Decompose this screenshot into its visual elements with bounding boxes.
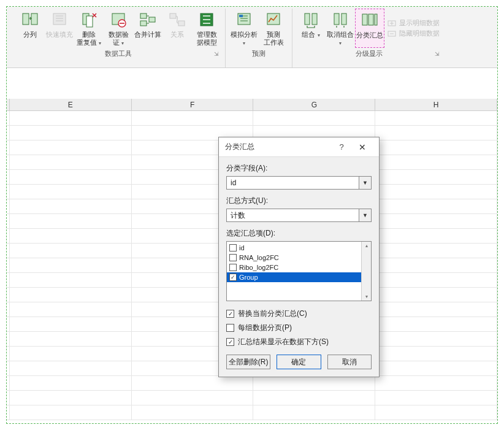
cell[interactable] [375,361,497,375]
forecast-sheet-button[interactable]: 预测 工作表 [259,9,288,48]
cell[interactable] [375,376,497,390]
cell[interactable] [375,258,497,272]
cell[interactable] [10,405,132,420]
cell[interactable] [10,273,132,287]
column-header[interactable]: G [253,99,375,110]
cell[interactable] [132,111,254,125]
subtotal-button[interactable]: 分类汇总 [355,9,384,48]
dialog-launcher-icon[interactable]: ⇲ [213,50,220,58]
cell[interactable] [375,391,497,405]
cell[interactable] [375,229,497,243]
list-item[interactable]: RNA_log2FC [227,253,361,263]
chevron-down-icon: ▾ [339,40,342,46]
dropdown-button[interactable]: ▼ [359,176,372,190]
field-label: 分类字段(A): [226,163,372,174]
cell[interactable] [253,376,375,390]
cell[interactable] [10,214,132,228]
ok-button[interactable]: 确定 [277,355,321,369]
cell[interactable] [10,185,132,199]
cell[interactable] [375,185,497,199]
cell[interactable] [375,273,497,287]
cell[interactable] [253,111,375,125]
cell[interactable] [375,317,497,331]
cell[interactable] [10,229,132,243]
cell[interactable] [10,317,132,331]
cell[interactable] [10,376,132,390]
cell[interactable] [375,199,497,213]
replace-option[interactable]: ✓ 替换当前分类汇总(C) [226,309,372,319]
cell[interactable] [10,199,132,213]
cell[interactable] [10,302,132,317]
cell[interactable] [10,170,132,184]
consolidate-button[interactable]: 合并计算 [133,9,162,48]
dialog-launcher-icon[interactable]: ⇲ [433,50,441,58]
list-item[interactable]: Ribo_log2FC [227,263,361,272]
ribbon-group-label: 数据工具⇲ [15,48,221,59]
cell[interactable] [10,288,132,302]
cell[interactable] [10,155,132,169]
grid-row[interactable] [7,111,497,126]
pagebreak-option[interactable]: 每组数据分页(P) [226,323,372,333]
cell[interactable] [375,170,497,184]
cell[interactable] [10,391,132,405]
subtotal-items-listbox[interactable]: idRNA_log2FCRibo_log2FC✓Group ▴ ▾ [226,241,372,301]
close-button[interactable]: ✕ [352,142,373,152]
cancel-button[interactable]: 取消 [327,355,372,369]
dropdown-button[interactable]: ▼ [359,209,372,222]
function-select[interactable]: 计数 [226,209,359,222]
ribbon-item-label: 管理数 据模型 [197,31,217,47]
remove-duplicates-button[interactable]: 删除 重复值 ▾ [74,9,104,48]
grid-row[interactable] [7,391,497,405]
data-validation-button[interactable]: 数据验 证 ▾ [104,9,133,48]
category-field-select[interactable]: id [226,176,359,190]
scroll-up-icon[interactable]: ▴ [365,243,368,248]
column-header[interactable]: F [132,99,254,110]
cell[interactable] [375,140,497,155]
group-button[interactable]: 组合 ▾ [296,9,326,48]
cell[interactable] [253,405,375,420]
svg-rect-7 [140,13,147,18]
cell[interactable] [10,332,132,346]
cell[interactable] [10,111,132,125]
ungroup-button[interactable]: 取消组合 ▾ [326,9,355,48]
list-item[interactable]: id [227,243,361,253]
cell[interactable] [132,376,254,390]
scrollbar[interactable]: ▴ ▾ [361,242,371,301]
cell[interactable] [132,405,254,420]
cell[interactable] [375,126,497,140]
remove-all-button[interactable]: 全部删除(R) [226,355,270,369]
text-to-columns-button[interactable]: 分列 [15,9,45,48]
cell[interactable] [10,361,132,375]
scroll-down-icon[interactable]: ▾ [365,294,368,299]
help-button[interactable]: ? [331,142,352,152]
cell[interactable] [375,155,497,169]
cell[interactable] [375,288,497,302]
column-header[interactable]: E [10,99,132,110]
cell[interactable] [253,391,375,405]
hide-detail-option: 隐藏明细数据 [387,29,440,38]
cell[interactable] [10,258,132,272]
what-if-button[interactable]: 模拟分析 ▾ [229,9,259,48]
column-header[interactable]: H [375,99,497,110]
cell[interactable] [375,405,497,420]
cell[interactable] [132,391,254,405]
cell[interactable] [375,302,497,317]
cell[interactable] [10,140,132,155]
flash-fill-icon [50,10,69,29]
cell[interactable] [10,244,132,258]
consolidate-icon [138,10,158,29]
below-option[interactable]: ✓ 汇总结果显示在数据下方(S) [226,337,372,347]
list-item[interactable]: ✓Group [227,272,361,282]
svg-rect-8 [140,21,147,26]
grid-row[interactable] [7,405,497,420]
data-model-button[interactable]: 管理数 据模型 [192,9,221,48]
cell[interactable] [10,347,132,361]
cell[interactable] [375,332,497,346]
cell[interactable] [10,126,132,140]
grid-row[interactable] [7,376,497,391]
cell[interactable] [375,214,497,228]
list-item-label: Ribo_log2FC [239,264,278,271]
cell[interactable] [375,347,497,361]
cell[interactable] [375,244,497,258]
cell[interactable] [375,111,497,125]
